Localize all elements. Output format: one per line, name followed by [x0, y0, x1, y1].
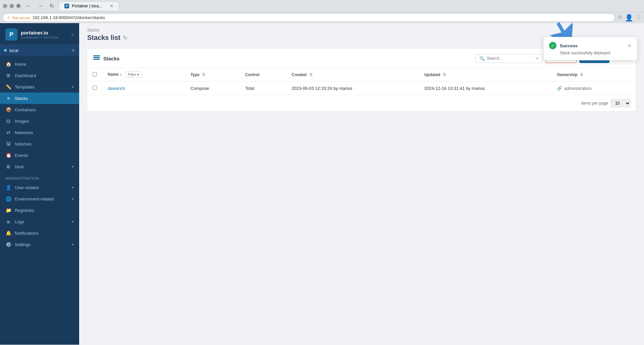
th-name: Name ↕ Filter ▾: [102, 68, 185, 81]
minimize-button[interactable]: ─: [3, 4, 7, 8]
th-ownership[interactable]: Ownership ⇅: [551, 68, 636, 81]
toast-close-button[interactable]: ✕: [627, 43, 632, 49]
window-controls: ─ □ ✕: [3, 4, 21, 8]
card-title: Stacks: [103, 56, 472, 61]
svg-rect-1: [93, 57, 100, 58]
refresh-button[interactable]: ↻: [48, 2, 56, 10]
sidebar-nav: 🏠 Home ⊞ Dashboard ✏️ Templates ▾ ≡ Stac…: [0, 56, 79, 345]
th-type[interactable]: Type ⇅: [185, 68, 240, 81]
sidebar-item-templates[interactable]: ✏️ Templates ▾: [0, 81, 79, 93]
env-close-button[interactable]: ✕: [71, 48, 75, 53]
search-box: 🔍 ✕: [476, 54, 543, 63]
sidebar-item-images[interactable]: ⊟ Images: [0, 115, 79, 127]
th-control: Control: [240, 68, 286, 81]
sidebar-item-host[interactable]: 🖥 Host ▾: [0, 161, 79, 172]
sidebar-item-containers[interactable]: 📦 Containers: [0, 104, 79, 115]
th-updated[interactable]: Updated ⇅: [419, 68, 551, 81]
ownership-value: administrators: [564, 86, 592, 91]
sidebar-item-events[interactable]: ⏰ Events: [0, 150, 79, 161]
sidebar-item-settings[interactable]: ⚙️ Settings ▾: [0, 239, 79, 250]
row-created-cell: 2023-06-03 12:33:28 by marius: [286, 81, 419, 95]
forward-button[interactable]: →: [36, 2, 45, 10]
sidebar-item-logs[interactable]: ≣ Logs ▾: [0, 216, 79, 227]
bookmark-icon[interactable]: ☆: [618, 14, 622, 22]
sidebar-item-label: Notifications: [15, 231, 39, 236]
toast-title: Success: [560, 43, 624, 48]
sidebar-item-volumes[interactable]: 🖫 Volumes: [0, 138, 79, 150]
toast-success-icon: ✓: [549, 42, 556, 49]
sidebar-item-label: Logs: [15, 219, 24, 224]
sidebar-item-environment-related[interactable]: 🌐 Environment-related ▾: [0, 193, 79, 205]
notifications-icon: 🔔: [5, 230, 11, 236]
sidebar-item-registries[interactable]: 📁 Registries: [0, 205, 79, 216]
events-icon: ⏰: [5, 153, 11, 158]
security-icon: ⚠: [7, 15, 10, 20]
th-checkbox: [87, 68, 102, 81]
menu-icon[interactable]: ⋮: [636, 14, 641, 22]
search-input[interactable]: [487, 56, 533, 61]
row-control-cell: Total: [240, 81, 286, 95]
browser-chrome: ─ □ ✕ ← → ↻ P Portainer | loca... ✕: [0, 0, 644, 12]
dashboard-icon: ⊞: [5, 73, 11, 78]
items-per-page-select[interactable]: 10 25 50 100: [611, 99, 631, 107]
maximize-button[interactable]: □: [9, 4, 14, 8]
sidebar-item-dashboard[interactable]: ⊞ Dashboard: [0, 70, 79, 81]
search-icon: 🔍: [479, 56, 485, 61]
back-button[interactable]: ←: [23, 2, 33, 10]
sidebar-collapse-button[interactable]: «: [71, 32, 74, 37]
logo-icon: P: [5, 28, 17, 41]
sidebar: P portainer.io COMMUNITY EDITION « local…: [0, 23, 79, 345]
sidebar-item-label: Stacks: [15, 96, 28, 101]
address-bar[interactable]: ⚠ Not secure 192.168.1.18:9000/#!/2/dock…: [3, 13, 615, 22]
sidebar-logo: P portainer.io COMMUNITY EDITION «: [0, 23, 79, 45]
sidebar-item-label: Settings: [15, 242, 31, 247]
env-status-dot: [4, 49, 7, 52]
profile-icon[interactable]: 👤: [625, 14, 633, 22]
logo-text-block: portainer.io COMMUNITY EDITION: [21, 30, 58, 39]
tab-bar: P Portainer | loca... ✕: [59, 1, 641, 10]
sidebar-item-label: Home: [15, 62, 26, 67]
close-window-button[interactable]: ✕: [16, 4, 21, 8]
items-per-page-row: Items per page 10 25 50 100: [87, 95, 636, 111]
stacks-card-icon: [93, 54, 100, 63]
user-icon: 👤: [5, 185, 11, 190]
user-arrow-icon: ▾: [72, 185, 74, 190]
created-sort-icon: ⇅: [309, 72, 313, 77]
sidebar-item-stacks[interactable]: ≡ Stacks: [0, 93, 79, 104]
ownership-sort-icon: ⇅: [580, 72, 583, 77]
browser-actions: ☆ 👤 ⋮: [618, 14, 641, 22]
stacks-table: Name ↕ Filter ▾ Type ⇅ Control Created ⇅…: [87, 68, 636, 95]
select-all-checkbox[interactable]: [93, 72, 97, 76]
settings-arrow-icon: ▾: [72, 242, 74, 247]
sidebar-item-notifications[interactable]: 🔔 Notifications: [0, 227, 79, 239]
updated-sort-icon: ⇅: [443, 72, 446, 77]
th-created[interactable]: Created ⇅: [286, 68, 419, 81]
logo-sub: COMMUNITY EDITION: [21, 36, 58, 39]
search-clear-button[interactable]: ✕: [535, 56, 539, 61]
sidebar-item-networks[interactable]: ⇄ Networks: [0, 127, 79, 138]
row-type-cell: Compose: [185, 81, 240, 95]
row-checkbox[interactable]: [93, 85, 97, 90]
ownership-icon: 🔗: [557, 86, 562, 91]
sidebar-item-home[interactable]: 🏠 Home: [0, 58, 79, 70]
url-text: 192.168.1.18:9000/#!/2/docker/stacks: [32, 15, 105, 20]
browser-tab[interactable]: P Portainer | loca... ✕: [59, 1, 119, 10]
refresh-stacks-button[interactable]: ↻: [123, 35, 127, 41]
security-label: Not secure: [12, 16, 30, 20]
logo-name: portainer.io: [21, 30, 58, 36]
filter-button[interactable]: Filter ▾: [125, 71, 142, 78]
environment-icon: 🌐: [5, 196, 11, 202]
sidebar-item-user-related[interactable]: 👤 User-related ▾: [0, 182, 79, 193]
sidebar-item-label: Volumes: [15, 141, 32, 147]
tab-close-button[interactable]: ✕: [110, 4, 113, 8]
ownership-container: 🔗 administrators: [557, 86, 631, 91]
table-body: dawarich Compose Total 2023-06-03 12:33:…: [87, 81, 636, 95]
templates-icon: ✏️: [5, 84, 11, 90]
stacks-icon: ≡: [5, 96, 11, 101]
tab-title: Portainer | loca...: [72, 4, 102, 8]
stack-name-link[interactable]: dawarich: [108, 86, 125, 91]
row-name-cell: dawarich: [102, 81, 185, 95]
svg-rect-0: [93, 59, 100, 60]
address-bar-row: ⚠ Not secure 192.168.1.18:9000/#!/2/dock…: [0, 12, 644, 23]
sidebar-env-selector[interactable]: local ✕: [0, 45, 79, 56]
